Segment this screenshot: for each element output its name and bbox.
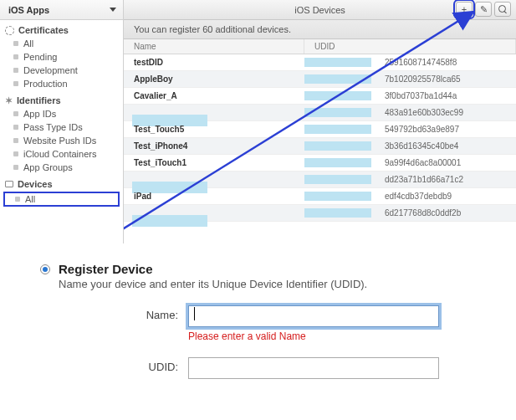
sidebar-item-cert-production[interactable]: Production <box>0 77 123 90</box>
sidebar-item-cert-all[interactable]: All <box>0 37 123 50</box>
sidebar-group-certificates[interactable]: Certificates <box>0 25 123 37</box>
udid-value: dd23a71b1d66a71c2 <box>385 175 463 184</box>
cell-name: AppleBoy <box>124 74 304 84</box>
bullet-icon <box>13 41 18 46</box>
device-icon <box>5 181 13 187</box>
name-label: Name: <box>33 305 188 321</box>
bullet-icon <box>13 165 18 170</box>
chevron-down-icon <box>110 8 116 12</box>
name-error: Please enter a valid Name <box>188 330 439 342</box>
sidebar-item-icloud-containers[interactable]: iCloud Containers <box>0 147 123 161</box>
add-device-button[interactable]: + <box>456 2 473 17</box>
sidebar-group-devices[interactable]: Devices <box>0 179 123 191</box>
table-row[interactable]: AppleBoy7b1020925578lca65 <box>124 71 516 88</box>
table-row[interactable]: testDID25916087147458f8 <box>124 54 516 71</box>
redaction-block <box>304 192 371 201</box>
redaction-block <box>304 208 371 218</box>
cell-udid: dd23a71b1d66a71c2 <box>304 175 516 184</box>
redaction-block <box>304 141 371 151</box>
bullet-icon <box>13 111 18 116</box>
redaction-block <box>304 175 371 184</box>
table-header: Name UDID <box>124 39 516 54</box>
udid-value: 3b36d16345c40be4 <box>385 141 458 151</box>
udid-value: 549792bd63a9e897 <box>385 125 459 134</box>
column-header-udid[interactable]: UDID <box>304 39 516 54</box>
radio-selected-icon <box>43 267 48 272</box>
cell-udid: edf4cdb37debdb9 <box>304 192 516 201</box>
redaction-block <box>304 108 371 117</box>
sidebar: iOS Apps Certificates All Pending Develo… <box>0 0 124 243</box>
cell-udid: 483a91e60b303ec99 <box>304 108 516 117</box>
register-device-radio[interactable] <box>40 264 50 274</box>
cell-name: Test_iPhone4 <box>124 141 304 151</box>
cell-udid: 9a99f4d6ac8a00001 <box>304 158 516 167</box>
sidebar-item-cert-pending[interactable]: Pending <box>0 50 123 64</box>
main-panel: iOS Devices + ✎ You can register 60 addi… <box>124 0 516 243</box>
bullet-icon <box>13 125 18 130</box>
cell-udid: 3b36d16345c40be4 <box>304 141 516 151</box>
register-title: Register Device <box>59 262 367 276</box>
udid-value: 3f0bd7037ba1d44a <box>385 91 457 100</box>
cell-udid: 25916087147458f8 <box>304 58 516 67</box>
table-body[interactable]: testDID25916087147458f8AppleBoy7b1020925… <box>124 54 516 243</box>
column-header-name[interactable]: Name <box>124 39 304 54</box>
sidebar-item-website-push-ids[interactable]: Website Push IDs <box>0 134 123 147</box>
cell-udid: 549792bd63a9e897 <box>304 125 516 134</box>
cell-name: iPad <box>124 192 304 201</box>
name-input[interactable] <box>188 305 439 327</box>
redaction-block <box>304 58 371 67</box>
info-bar: You can register 60 additional devices. <box>124 20 516 39</box>
search-button[interactable] <box>494 2 511 17</box>
sidebar-item-app-ids[interactable]: App IDs <box>0 107 123 120</box>
table-row[interactable]: Test_iPhone43b36d16345c40be4 <box>124 138 516 155</box>
udid-value: 6d217768d8c0ddf2b <box>385 208 461 218</box>
app-selector[interactable]: iOS Apps <box>0 0 123 20</box>
text-cursor <box>194 307 195 320</box>
sidebar-item-cert-development[interactable]: Development <box>0 64 123 77</box>
bullet-icon <box>13 151 18 156</box>
identifier-icon: ✶ <box>5 96 13 105</box>
plus-icon: + <box>462 4 467 14</box>
sidebar-item-devices-all[interactable]: All <box>3 192 120 207</box>
cell-name: Test_Touch5 <box>124 125 304 134</box>
sidebar-item-app-groups[interactable]: App Groups <box>0 161 123 174</box>
sidebar-group-identifiers[interactable]: ✶ Identifiers <box>0 95 123 107</box>
cell-udid: 3f0bd7037ba1d44a <box>304 91 516 100</box>
redaction-block <box>304 158 371 167</box>
search-icon <box>498 5 507 13</box>
cell-udid: 7b1020925578lca65 <box>304 74 516 84</box>
table-row[interactable]: Cavalier_A3f0bd7037ba1d44a <box>124 88 516 105</box>
udid-value: 9a99f4d6ac8a00001 <box>385 158 461 167</box>
redaction-block <box>304 74 371 84</box>
toolbar: iOS Devices + ✎ <box>124 0 516 20</box>
redaction-block <box>132 215 207 227</box>
udid-value: edf4cdb37debdb9 <box>385 192 452 201</box>
udid-value: 7b1020925578lca65 <box>385 74 461 84</box>
page-title: iOS Devices <box>294 5 345 15</box>
bullet-icon <box>15 197 20 202</box>
sidebar-item-pass-type-ids[interactable]: Pass Type IDs <box>0 120 123 134</box>
table-row[interactable]: Test_iTouch19a99f4d6ac8a00001 <box>124 155 516 172</box>
certificate-icon <box>5 26 14 35</box>
edit-button[interactable]: ✎ <box>475 2 492 17</box>
redaction-block <box>304 91 371 100</box>
table-row[interactable]: 483a91e60b303ec99 <box>124 105 516 121</box>
bullet-icon <box>13 68 18 73</box>
register-form: Register Device Name your device and ent… <box>0 247 516 396</box>
udid-value: 25916087147458f8 <box>385 58 457 67</box>
bullet-icon <box>13 81 18 86</box>
cell-name: Test_iTouch1 <box>124 158 304 167</box>
redaction-block <box>304 125 371 134</box>
udid-input[interactable] <box>188 357 439 379</box>
bullet-icon <box>13 54 18 59</box>
bullet-icon <box>13 138 18 143</box>
register-subtitle: Name your device and enter its Unique De… <box>59 278 367 290</box>
table-row[interactable]: dd23a71b1d66a71c2 <box>124 172 516 188</box>
pencil-icon: ✎ <box>480 4 488 15</box>
cell-name: Cavalier_A <box>124 91 304 100</box>
cell-name: testDID <box>124 58 304 67</box>
table-row[interactable]: 6d217768d8c0ddf2b <box>124 205 516 222</box>
app-selector-label: iOS Apps <box>8 5 49 15</box>
udid-value: 483a91e60b303ec99 <box>385 108 463 117</box>
udid-label: UDID: <box>33 357 188 373</box>
